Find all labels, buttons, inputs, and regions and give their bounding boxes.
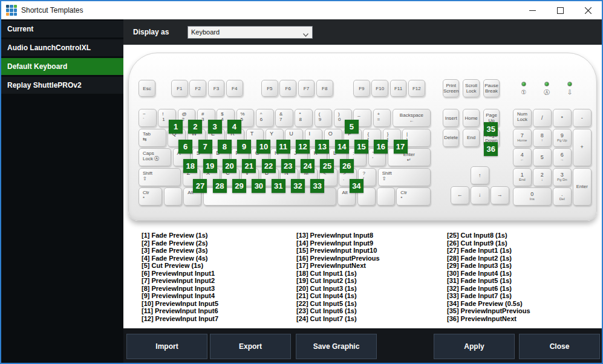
chevron-down-icon	[303, 31, 308, 38]
export-button[interactable]: Export	[210, 334, 291, 359]
toolbar: Display as Keyboard	[123, 19, 602, 45]
shortcut-entry: [19] Cut Input2 (1s)	[296, 277, 380, 285]
footer-bar: ImportExportSave GraphicApplyClose	[123, 328, 602, 363]
key-sublabel: Pg Up	[557, 138, 567, 143]
key-label: F9	[359, 86, 364, 91]
keyboard-key-tab: Tab⇆	[139, 129, 166, 147]
keyboard-key-1: 1End	[513, 168, 532, 186]
shortcut-entry: [15] PreviewInput Input10	[296, 247, 380, 255]
key-label: F5	[267, 86, 272, 91]
keyboard-key-f5: F5	[261, 80, 278, 97]
key-label: →	[497, 192, 503, 198]
close-button[interactable]	[574, 1, 602, 19]
shortcut-entry: [4] Fade Preview (4s)	[142, 255, 218, 262]
keyboard-key-blank: →	[491, 186, 509, 204]
shortcut-number-badge: 20	[223, 159, 236, 173]
sidebar: CurrentAudio LaunchControlXLDefault Keyb…	[1, 19, 123, 363]
close-icon	[585, 7, 592, 14]
logo-tile	[10, 13, 13, 16]
key-label: Num	[517, 111, 530, 117]
key-label: )	[338, 111, 350, 117]
shortcut-entry: [32] Fade Input6 (1s)	[447, 285, 530, 293]
key-label: '	[373, 156, 385, 161]
shortcut-number-badge: 27	[193, 179, 207, 193]
keyboard-key-9: 9Pg Up	[553, 129, 572, 147]
keyboard-key-blank: +	[573, 129, 592, 167]
key-label: /	[362, 176, 374, 181]
shortcut-number-badge: 32	[291, 179, 305, 193]
key-label: Delete	[444, 135, 458, 140]
keyboard-key-0: 0Ins	[513, 187, 552, 206]
keyboard-key-blank: &7	[275, 109, 293, 127]
import-button[interactable]: Import	[126, 334, 207, 359]
key-label: Caps	[143, 151, 169, 156]
maximize-button[interactable]	[546, 1, 574, 19]
key-label: F6	[285, 86, 291, 91]
shortcut-number-badge: 8	[218, 140, 232, 154]
key-label: 9	[561, 133, 564, 138]
shortcut-number-badge: 1	[169, 120, 183, 134]
shortcut-entry: [33] Fade Input7 (1s)	[447, 292, 530, 300]
keyboard-led-indicator: ⇩	[565, 82, 575, 96]
key-label: Lock	[466, 88, 477, 94]
key-label: Home	[464, 115, 477, 121]
key-label: &	[279, 111, 292, 117]
key-label: .	[561, 192, 563, 197]
key-label: Ctr	[400, 190, 429, 195]
window-title: Shortcut Templates	[21, 6, 83, 15]
apply-button[interactable]: Apply	[434, 334, 515, 359]
sidebar-item-audio-launchcontrolxl[interactable]: Audio LaunchControlXL	[1, 39, 123, 56]
save-graphic-button[interactable]: Save Graphic	[296, 334, 377, 359]
keyboard-key-4: 4←	[513, 148, 532, 166]
key-label: F3	[213, 86, 219, 91]
shortcut-number-badge: 2	[188, 120, 202, 134]
key-label: Ctr	[143, 190, 160, 195]
keyboard-key-f4: F4	[226, 80, 243, 97]
shortcut-number-badge: 5	[345, 120, 359, 134]
shortcut-number-badge: 24	[301, 159, 315, 173]
sidebar-item-current[interactable]: Current	[1, 21, 123, 37]
key-label: ⇧	[143, 176, 179, 181]
shortcut-entry: [20] Cut Input3 (1s)	[296, 285, 380, 293]
key-label: 6	[260, 117, 272, 122]
key-label: Y	[270, 131, 282, 137]
keyboard-key-insert: Insert	[443, 109, 459, 127]
key-label: !	[162, 111, 174, 117]
keyboard-key-blank: )05	[334, 109, 352, 127]
logo-tile	[14, 8, 17, 11]
display-as-select[interactable]: Keyboard	[187, 26, 313, 39]
keyboard-key-f9: F9	[353, 80, 370, 97]
led-dot-icon	[567, 82, 572, 86]
logo-tile	[10, 8, 13, 11]
app-logo-icon	[6, 5, 17, 16]
key-label: {	[367, 131, 379, 137]
shortcut-entry: [28] Fade Input2 (1s)	[447, 255, 530, 262]
shortcut-number-badge: 4	[227, 120, 241, 134]
keyboard-key-blank: ←	[451, 186, 469, 204]
shortcut-entry: [22] Cut Input5 (1s)	[296, 300, 380, 308]
shortcut-number-badge: 10	[256, 140, 270, 154]
shortcut-number-badge: 26	[340, 159, 354, 173]
shortcut-templates-window: Shortcut Templates CurrentAudio LaunchCo…	[0, 0, 603, 364]
key-label: F12	[412, 86, 421, 91]
minimize-button[interactable]	[518, 1, 546, 19]
shortcut-number-badge: 14	[335, 140, 349, 154]
shortcut-number-badge: 25	[320, 159, 334, 173]
sidebar-item-replay-shuttleprov2[interactable]: Replay ShuttlePROv2	[1, 77, 123, 94]
key-label: =	[377, 117, 390, 122]
key-label: Shift	[143, 171, 179, 176]
key-label: F7	[304, 86, 309, 91]
key-label: +	[581, 145, 584, 150]
keyboard-key-blank: *	[553, 109, 572, 127]
shortcut-number-badge: 16	[374, 140, 388, 154]
close-button[interactable]: Close	[519, 334, 600, 359]
keyboard-key-home: Home	[463, 109, 479, 127]
shortcut-number-badge: 7	[198, 140, 212, 154]
sidebar-item-default-keyboard[interactable]: Default Keyboard	[1, 58, 123, 75]
logo-tile	[10, 5, 13, 8]
key-label: ~	[143, 111, 155, 117]
key-label: 6	[561, 152, 564, 158]
shortcut-list-column-1: [1] Fade Preview (1s)[2] Fade Preview (2…	[142, 232, 218, 322]
maximize-icon	[557, 7, 564, 14]
title-bar: Shortcut Templates	[1, 1, 602, 19]
